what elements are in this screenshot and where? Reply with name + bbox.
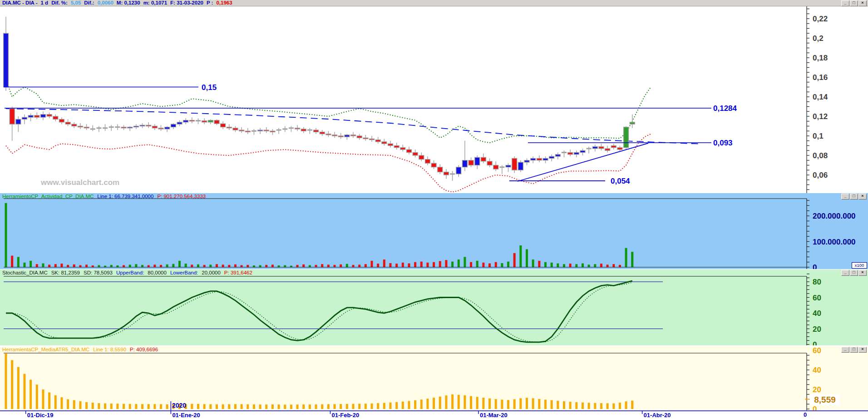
stochastic-chart-canvas[interactable]: 806040200 — [0, 269, 868, 345]
candle-body — [555, 155, 560, 156]
time-axis-canvas[interactable]: 01-Dic-1901-Ene-2001-Feb-2001-Mar-2001-A… — [0, 410, 868, 419]
candle-body — [382, 142, 387, 144]
candle-body — [518, 162, 523, 170]
atr-bar — [551, 400, 553, 409]
close-button[interactable]: × — [858, 194, 867, 200]
atr-bar — [60, 397, 63, 409]
volume-bar — [153, 264, 156, 267]
volume-bar — [582, 264, 584, 267]
volume-bar — [588, 264, 590, 267]
volume-bar — [209, 264, 212, 267]
stochastic-axis[interactable]: 806040200 — [807, 274, 821, 345]
candle-body — [326, 134, 331, 135]
axis-tick-label: 40 — [813, 366, 821, 374]
close-button[interactable]: × — [858, 0, 867, 6]
volume-bar — [377, 264, 379, 267]
volume-bar — [607, 264, 609, 267]
volume-bar — [464, 257, 466, 267]
atr-bar — [104, 404, 106, 409]
price-chart-panel: www.visualchart.com0,150,12840,0930,0540… — [0, 6, 868, 193]
atr-bar — [619, 403, 621, 409]
axis-tick-label: 60 — [813, 294, 821, 302]
atr-chart-canvas[interactable]: 6040200 — [0, 346, 868, 410]
atr-bar — [234, 404, 237, 409]
atr-bar — [414, 400, 416, 409]
volume-axis[interactable]: 200.000.000100.000.0000 — [807, 199, 856, 269]
candles-layer — [4, 17, 635, 181]
stochastic-panel: Stochastic_DIA.MCSK: 81,2359SD: 78,5093U… — [0, 269, 868, 345]
candle-body — [332, 135, 337, 136]
candle-body — [375, 140, 380, 142]
volume-bar — [458, 259, 460, 267]
volume-bar — [383, 259, 385, 267]
maximize-button[interactable]: □ — [850, 0, 858, 6]
close-button[interactable]: × — [858, 270, 867, 276]
candle-body — [221, 124, 226, 127]
time-axis: 01-Dic-1901-Ene-2001-Feb-2001-Mar-2001-A… — [0, 410, 868, 419]
date-label: 01-Mar-20 — [480, 412, 508, 419]
stochastic-header-segment: 80,0000 — [148, 270, 167, 275]
minimize-button[interactable]: _ — [841, 347, 849, 353]
volume-bar — [612, 264, 615, 267]
doji-candle — [276, 130, 281, 131]
volume-bar — [123, 265, 125, 267]
volume-bar — [110, 265, 113, 267]
volume-bar — [420, 262, 423, 267]
volume-bar — [185, 264, 187, 267]
atr-bar — [92, 403, 94, 409]
volume-bar — [563, 264, 565, 267]
volume-bar — [203, 265, 206, 267]
atr-bar — [470, 396, 472, 409]
maximize-button[interactable]: □ — [850, 270, 858, 276]
minimize-button[interactable]: _ — [841, 194, 849, 200]
atr-bar — [30, 380, 32, 409]
atr-bar — [278, 404, 280, 409]
volume-bar — [85, 264, 88, 267]
atr-bar — [569, 402, 572, 409]
volume-bar — [575, 264, 577, 267]
candle-body — [121, 127, 126, 128]
volume-bar — [433, 262, 435, 267]
atr-bar — [123, 404, 125, 409]
candle-body — [487, 161, 492, 165]
volume-bar — [370, 261, 373, 267]
candle-body — [72, 124, 77, 126]
maximize-button[interactable]: □ — [850, 194, 858, 200]
atr-bar — [253, 404, 255, 409]
volume-bar — [278, 265, 280, 267]
price-axis[interactable]: 0,220,20,180,160,140,120,10,080,06 — [807, 6, 828, 193]
quote-info-bar: DIA.MC - DIA -1 dDif. %:5,05Dif.:0,0060M… — [2, 0, 236, 6]
date-label: 01-Ene-20 — [172, 412, 200, 419]
close-button[interactable]: × — [858, 347, 867, 353]
volume-header-segment: Line 1: 66.739.341,0000 — [97, 194, 153, 199]
atr-bar — [321, 404, 323, 409]
atr-bar — [247, 404, 249, 409]
volume-bar — [482, 263, 484, 267]
atr-bar — [271, 404, 274, 409]
maximize-button[interactable]: □ — [850, 347, 858, 353]
volume-bar — [271, 264, 274, 267]
atr-bar — [464, 395, 466, 409]
candle-body — [133, 126, 138, 127]
atr-bar — [538, 399, 540, 409]
atr-bar — [116, 404, 118, 409]
atr-bar — [607, 403, 609, 409]
atr-header-segment: Line 1: 8,5590 — [93, 347, 126, 352]
candle-body — [233, 128, 238, 130]
minimize-button[interactable]: _ — [841, 270, 849, 276]
volume-bar — [315, 265, 317, 267]
volume-bar — [265, 265, 267, 267]
atr-bar — [160, 404, 162, 409]
volume-chart-canvas[interactable]: 200.000.000100.000.0000 — [0, 193, 868, 269]
candle-body — [140, 125, 145, 126]
candle-body — [400, 148, 405, 150]
candle-body — [574, 153, 579, 155]
candle-body — [425, 160, 430, 164]
level-price-label: 0,054 — [611, 177, 630, 185]
atr-bar — [482, 398, 484, 409]
candle-body — [270, 131, 275, 132]
minimize-button[interactable]: _ — [841, 0, 849, 6]
price-chart-canvas[interactable]: www.visualchart.com0,150,12840,0930,0540… — [0, 6, 868, 193]
doji-candle — [109, 126, 114, 128]
doji-candle — [587, 148, 592, 149]
